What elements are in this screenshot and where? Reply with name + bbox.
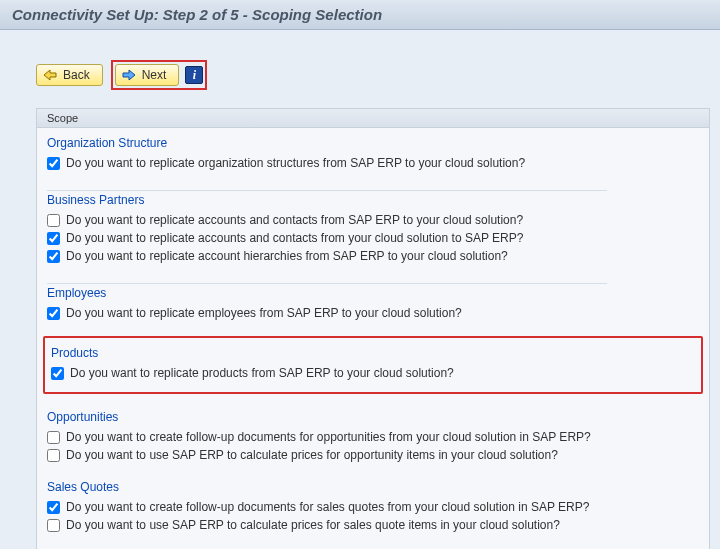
group-title-organization-structure: Organization Structure: [47, 134, 699, 154]
question-checkbox[interactable]: [51, 367, 64, 380]
group-opportunities: OpportunitiesDo you want to create follo…: [37, 408, 709, 478]
question-row: Do you want to replicate employees from …: [47, 304, 699, 322]
group-business-partners: Business PartnersDo you want to replicat…: [37, 191, 709, 279]
question-label: Do you want to replicate employees from …: [66, 306, 462, 320]
question-label: Do you want to replicate organization st…: [66, 156, 525, 170]
question-row: Do you want to replicate account hierarc…: [47, 247, 699, 265]
group-title-employees: Employees: [47, 284, 699, 304]
question-label: Do you want to create follow-up document…: [66, 430, 591, 444]
question-checkbox[interactable]: [47, 431, 60, 444]
question-checkbox[interactable]: [47, 501, 60, 514]
question-checkbox[interactable]: [47, 214, 60, 227]
group-sales-quotes: Sales QuotesDo you want to create follow…: [37, 478, 709, 548]
scope-body: Organization StructureDo you want to rep…: [37, 128, 709, 549]
group-title-products: Products: [51, 344, 695, 364]
question-row: Do you want to replicate products from S…: [51, 364, 695, 382]
question-label: Do you want to use SAP ERP to calculate …: [66, 448, 558, 462]
group-title-opportunities: Opportunities: [47, 408, 699, 428]
scope-header: Scope: [37, 109, 709, 128]
back-button-label: Back: [63, 68, 90, 82]
question-label: Do you want to replicate products from S…: [70, 366, 454, 380]
question-label: Do you want to replicate accounts and co…: [66, 231, 523, 245]
question-row: Do you want to use SAP ERP to calculate …: [47, 516, 699, 534]
question-checkbox[interactable]: [47, 157, 60, 170]
group-products: ProductsDo you want to replicate product…: [43, 336, 703, 394]
question-row: Do you want to create follow-up document…: [47, 428, 699, 446]
question-row: Do you want to create follow-up document…: [47, 498, 699, 516]
page-title: Connectivity Set Up: Step 2 of 5 - Scopi…: [0, 0, 720, 30]
group-title-business-partners: Business Partners: [47, 191, 699, 211]
group-employees: EmployeesDo you want to replicate employ…: [37, 284, 709, 336]
back-button[interactable]: Back: [36, 64, 103, 86]
next-button[interactable]: Next: [115, 64, 180, 86]
question-label: Do you want to use SAP ERP to calculate …: [66, 518, 560, 532]
question-row: Do you want to use SAP ERP to calculate …: [47, 446, 699, 464]
question-row: Do you want to replicate accounts and co…: [47, 211, 699, 229]
arrow-left-icon: [43, 69, 57, 81]
question-checkbox[interactable]: [47, 250, 60, 263]
question-checkbox[interactable]: [47, 519, 60, 532]
next-highlight: Next i: [111, 60, 208, 90]
question-label: Do you want to replicate accounts and co…: [66, 213, 523, 227]
next-button-label: Next: [142, 68, 167, 82]
question-checkbox[interactable]: [47, 449, 60, 462]
question-label: Do you want to replicate account hierarc…: [66, 249, 508, 263]
question-row: Do you want to replicate organization st…: [47, 154, 699, 172]
group-organization-structure: Organization StructureDo you want to rep…: [37, 134, 709, 186]
question-label: Do you want to create follow-up document…: [66, 500, 589, 514]
toolbar: Back Next i: [0, 30, 720, 108]
group-title-sales-quotes: Sales Quotes: [47, 478, 699, 498]
scope-panel: Scope Organization StructureDo you want …: [36, 108, 710, 549]
arrow-right-icon: [122, 69, 136, 81]
info-icon[interactable]: i: [185, 66, 203, 84]
svg-marker-0: [44, 70, 56, 80]
question-checkbox[interactable]: [47, 232, 60, 245]
svg-marker-1: [123, 70, 135, 80]
question-row: Do you want to replicate accounts and co…: [47, 229, 699, 247]
question-checkbox[interactable]: [47, 307, 60, 320]
